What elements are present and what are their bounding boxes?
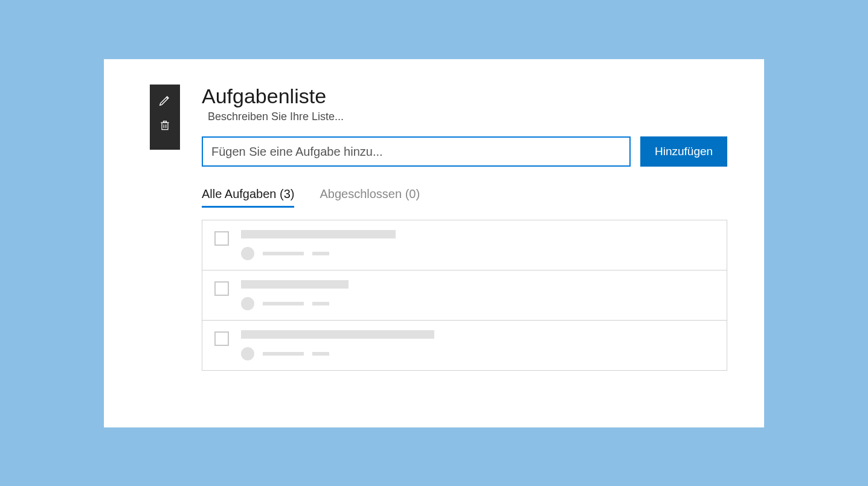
task-list (202, 220, 727, 371)
placeholder-line (241, 280, 349, 289)
placeholder-text (312, 302, 329, 305)
add-button[interactable]: Hinzufügen (640, 136, 727, 167)
task-row[interactable] (202, 220, 727, 270)
task-placeholder-content (241, 330, 715, 360)
task-placeholder-content (241, 230, 715, 260)
placeholder-text (263, 252, 304, 255)
page-title: Aufgabenliste (202, 85, 727, 108)
placeholder-meta (241, 297, 715, 310)
placeholder-line (241, 230, 396, 238)
placeholder-text (312, 352, 329, 356)
task-checkbox[interactable] (214, 331, 229, 346)
task-list-card: Aufgabenliste Beschreiben Sie Ihre Liste… (104, 59, 764, 427)
placeholder-text (263, 302, 304, 305)
page-subtitle[interactable]: Beschreiben Sie Ihre Liste... (208, 110, 727, 123)
placeholder-text (312, 252, 329, 255)
action-sidebar (150, 85, 180, 150)
placeholder-meta (241, 347, 715, 360)
add-task-row: Hinzufügen (202, 136, 727, 167)
placeholder-meta (241, 247, 715, 260)
task-placeholder-content (241, 280, 715, 310)
edit-button[interactable] (158, 93, 172, 107)
filter-tabs: Alle Aufgaben (3) Abgeschlossen (0) (202, 187, 727, 208)
placeholder-text (263, 352, 304, 356)
placeholder-avatar (241, 297, 254, 310)
main-content: Aufgabenliste Beschreiben Sie Ihre Liste… (202, 85, 727, 409)
tab-all-tasks[interactable]: Alle Aufgaben (3) (202, 187, 294, 208)
task-input[interactable] (202, 136, 631, 167)
placeholder-avatar (241, 347, 254, 360)
delete-button[interactable] (158, 118, 172, 133)
trash-icon (159, 119, 171, 132)
placeholder-line (241, 330, 434, 339)
task-row[interactable] (202, 321, 727, 370)
task-row[interactable] (202, 270, 727, 321)
task-checkbox[interactable] (214, 231, 229, 246)
placeholder-avatar (241, 247, 254, 260)
tab-completed[interactable]: Abgeschlossen (0) (320, 187, 420, 208)
task-checkbox[interactable] (214, 281, 229, 296)
pencil-icon (158, 94, 172, 107)
